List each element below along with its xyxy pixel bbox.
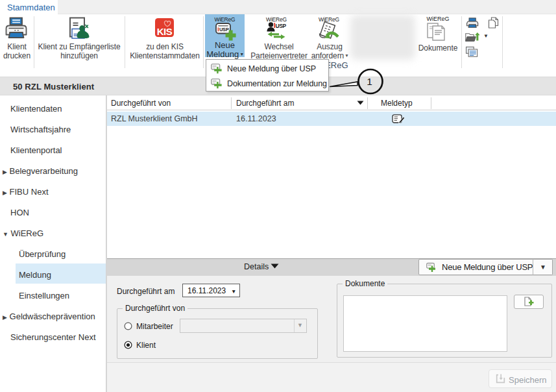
svg-text:USP: USP: [219, 27, 229, 32]
svg-text:1: 1: [367, 76, 372, 87]
svg-text:USP: USP: [276, 23, 287, 29]
svg-text:KIS: KIS: [157, 26, 173, 37]
